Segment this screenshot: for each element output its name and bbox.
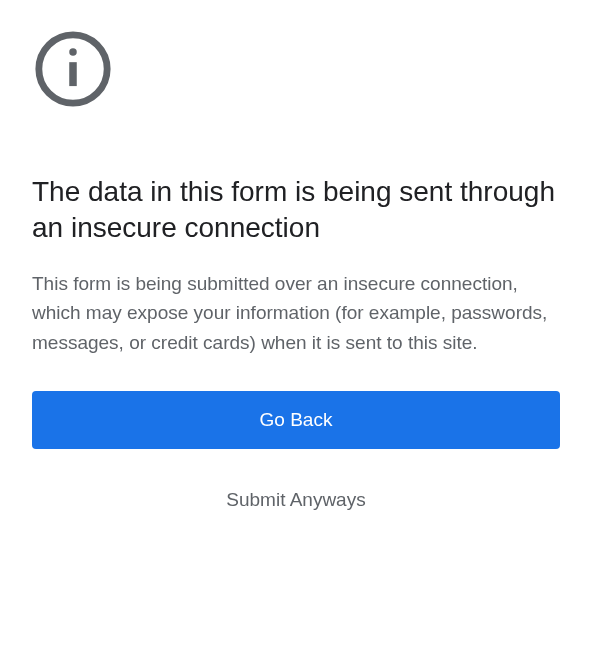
warning-description: This form is being submitted over an ins… — [32, 269, 560, 357]
svg-point-2 — [69, 48, 77, 56]
go-back-button[interactable]: Go Back — [32, 391, 560, 449]
info-icon — [32, 96, 114, 113]
info-icon-container — [32, 28, 560, 114]
warning-heading: The data in this form is being sent thro… — [32, 174, 560, 247]
submit-anyways-button[interactable]: Submit Anyways — [32, 477, 560, 523]
